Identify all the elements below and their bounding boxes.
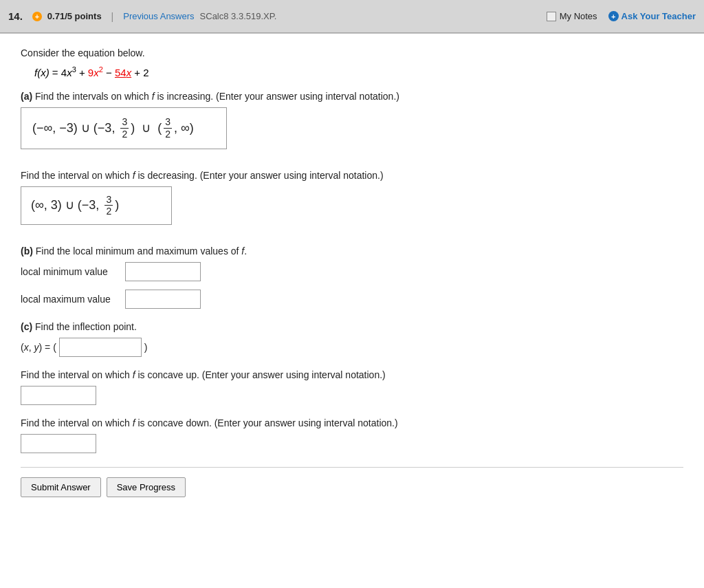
- part-c-text: (c) Find the inflection point.: [21, 321, 683, 332]
- local-min-row: local minimum value: [21, 262, 683, 281]
- part-a-decreasing: Find the interval on which f is decreasi…: [21, 170, 683, 234]
- concave-up-input[interactable]: [21, 386, 96, 405]
- equals: = 4x3 +: [52, 67, 88, 78]
- local-max-label: local maximum value: [21, 294, 117, 305]
- part-a-label: (a): [21, 91, 32, 102]
- inflection-input[interactable]: [59, 338, 142, 357]
- frac-3-2-1: 3 2: [120, 116, 129, 140]
- separator: |: [111, 11, 114, 22]
- header-left: 14. + 0.71/5 points | Previous Answers S…: [8, 10, 547, 22]
- local-max-row: local maximum value: [21, 290, 683, 309]
- func-name: f(x): [34, 67, 50, 78]
- note-icon: [547, 12, 556, 21]
- intro-text: Consider the equation below.: [21, 47, 683, 58]
- header-right: My Notes + Ask Your Teacher: [547, 11, 696, 21]
- part-b: (b) Find the local minimum and maximum v…: [21, 246, 683, 309]
- answer-decreasing-box: (∞, 3) ∪ (−3, 3 2 ): [21, 186, 172, 226]
- local-max-input[interactable]: [125, 290, 201, 309]
- previous-answers-link[interactable]: Previous Answers: [123, 11, 194, 21]
- submit-answer-button[interactable]: Submit Answer: [21, 477, 101, 497]
- my-notes-label: My Notes: [560, 11, 597, 21]
- minus-54: −: [103, 67, 115, 78]
- frac-3-2-dec: 3 2: [104, 194, 113, 218]
- points-text: 0.71/5 points: [47, 11, 102, 21]
- part-concave-up: Find the interval on which f is concave …: [21, 369, 683, 405]
- plus-icon: +: [32, 12, 42, 21]
- part-a-increasing: (a) Find the intervals on which f is inc…: [21, 91, 683, 157]
- concave-down-text: Find the interval on which f is concave …: [21, 417, 683, 428]
- answer-increasing-box: (−∞, −3) ∪ (−3, 3 2 ) ∪ ( 3 2: [21, 107, 227, 149]
- my-notes-button[interactable]: My Notes: [547, 11, 597, 21]
- main-content: Consider the equation below. f(x) = 4x3 …: [0, 33, 704, 588]
- save-progress-button[interactable]: Save Progress: [107, 477, 186, 497]
- answer-increasing-math: (−∞, −3) ∪ (−3, 3 2 ) ∪ ( 3 2: [32, 121, 194, 135]
- ask-teacher-label: Ask Your Teacher: [622, 11, 696, 21]
- part-b-label: (b): [21, 246, 33, 257]
- part-c-label: (c): [21, 321, 32, 332]
- coeff-54: 54x: [115, 67, 131, 78]
- header-bar: 14. + 0.71/5 points | Previous Answers S…: [0, 0, 704, 33]
- ask-teacher-button[interactable]: + Ask Your Teacher: [608, 11, 696, 21]
- answer-decreasing-math: (∞, 3) ∪ (−3, 3 2 ): [31, 198, 119, 212]
- inflection-row: (x, y) = ( ): [21, 338, 683, 357]
- question-number: 14.: [8, 10, 23, 22]
- part-c: (c) Find the inflection point. (x, y) = …: [21, 321, 683, 357]
- coeff-9: 9x2: [88, 67, 103, 78]
- xy-label: (x, y) =: [21, 342, 50, 353]
- part-a-decreasing-text: Find the interval on which f is decreasi…: [21, 170, 683, 181]
- close-paren: ): [144, 342, 148, 353]
- concave-up-text: Find the interval on which f is concave …: [21, 369, 683, 380]
- plus-2: + 2: [131, 67, 148, 78]
- open-paren: (: [53, 342, 56, 353]
- part-concave-down: Find the interval on which f is concave …: [21, 417, 683, 453]
- footer-buttons: Submit Answer Save Progress: [21, 467, 683, 497]
- local-min-input[interactable]: [125, 262, 201, 281]
- frac-3-2-2: 3 2: [164, 116, 172, 140]
- part-b-text: (b) Find the local minimum and maximum v…: [21, 246, 683, 257]
- plus-blue-icon: +: [608, 11, 619, 21]
- local-min-label: local minimum value: [21, 266, 117, 277]
- source-text: SCalc8 3.3.519.XP.: [200, 11, 277, 21]
- function-display: f(x) = 4x3 + 9x2 − 54x + 2: [34, 65, 683, 78]
- concave-down-input[interactable]: [21, 434, 96, 453]
- part-a-increasing-text: (a) Find the intervals on which f is inc…: [21, 91, 683, 102]
